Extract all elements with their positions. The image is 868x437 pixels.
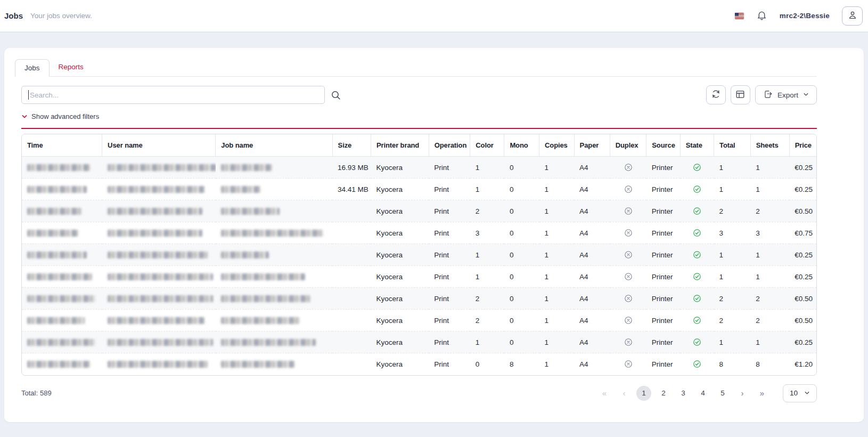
cell-user-name: [102, 266, 216, 288]
cell-state: [680, 200, 714, 222]
cell-printer-brand: Kyocera: [371, 353, 429, 375]
table-row[interactable]: KyoceraPrint301A4Printer33€0.75: [22, 222, 816, 244]
column-header-operation[interactable]: Operation: [429, 134, 470, 157]
column-header-price[interactable]: Price: [789, 134, 816, 157]
column-header-paper[interactable]: Paper: [574, 134, 610, 157]
table-row[interactable]: KyoceraPrint101A4Printer11€0.25: [22, 244, 816, 266]
redacted-text: [108, 361, 208, 368]
column-header-time[interactable]: Time: [22, 134, 102, 157]
table-row[interactable]: KyoceraPrint201A4Printer22€0.50: [22, 200, 816, 222]
cell-sheets: 2: [750, 310, 789, 331]
cell-total: 3: [714, 222, 751, 244]
cell-source: Printer: [646, 331, 680, 353]
cell-user-name: [102, 310, 216, 331]
column-header-mono[interactable]: Mono: [504, 134, 539, 157]
cell-copies: 1: [539, 288, 575, 310]
cell-paper: A4: [574, 310, 610, 331]
page-size-select[interactable]: 10: [783, 384, 817, 402]
cell-operation: Print: [429, 200, 470, 222]
table-row[interactable]: 16.93 MBKyoceraPrint101A4Printer11€0.25: [22, 157, 816, 179]
cell-sheets: 8: [750, 353, 789, 375]
cell-price: €1.20: [789, 353, 816, 375]
header-actions: mrc2-2\Bessie: [735, 6, 863, 26]
cell-user-name: [102, 157, 216, 179]
cell-color: 1: [470, 266, 504, 288]
cell-operation: Print: [429, 266, 470, 288]
page-button-5[interactable]: 5: [715, 386, 730, 401]
page-button-4[interactable]: 4: [695, 386, 710, 401]
cell-price: €0.25: [789, 266, 816, 288]
search-icon[interactable]: [330, 90, 341, 101]
cell-price: €0.25: [789, 157, 816, 179]
total-count: Total: 589: [21, 389, 52, 397]
column-header-size[interactable]: Size: [332, 134, 371, 157]
column-header-color[interactable]: Color: [470, 134, 504, 157]
page-button-3[interactable]: 3: [676, 386, 691, 401]
tab-jobs[interactable]: Jobs: [15, 59, 50, 77]
cell-size: [332, 222, 371, 244]
column-header-job-name[interactable]: Job name: [216, 134, 332, 157]
columns-button[interactable]: [731, 85, 750, 104]
search-input[interactable]: [21, 86, 325, 104]
last-page-button[interactable]: »: [755, 386, 769, 401]
cell-sheets: 1: [750, 157, 789, 179]
cell-price: €0.25: [789, 179, 816, 200]
column-header-printer-brand[interactable]: Printer brand: [371, 134, 429, 157]
advanced-filters-label: Show advanced filters: [31, 112, 99, 120]
advanced-filters-toggle[interactable]: Show advanced filters: [21, 112, 99, 120]
duplex-off-icon: [624, 207, 633, 215]
pagination: «‹12345›»10: [597, 384, 817, 402]
table-row[interactable]: 34.41 MBKyoceraPrint101A4Printer11€0.25: [22, 179, 816, 200]
cell-user-name: [102, 179, 216, 200]
column-header-user-name[interactable]: User name: [102, 134, 216, 157]
page-subtitle: Your jobs overview.: [30, 12, 92, 20]
column-header-duplex[interactable]: Duplex: [610, 134, 646, 157]
refresh-button[interactable]: [706, 85, 726, 104]
table-actions: Export: [706, 85, 817, 104]
cell-sheets: 1: [750, 244, 789, 266]
cell-state: [680, 266, 714, 288]
jobs-table-wrap: TimeUser nameJob nameSizePrinter brandOp…: [21, 134, 817, 376]
cell-duplex: [610, 288, 646, 310]
table-row[interactable]: KyoceraPrint201A4Printer22€0.50: [22, 288, 816, 310]
page-button-2[interactable]: 2: [656, 386, 671, 401]
cell-state: [680, 157, 714, 179]
columns-layout-icon: [735, 90, 745, 101]
table-row[interactable]: KyoceraPrint101A4Printer11€0.25: [22, 331, 816, 353]
cell-color: 1: [470, 157, 504, 179]
table-row[interactable]: KyoceraPrint101A4Printer11€0.25: [22, 266, 816, 288]
column-header-total[interactable]: Total: [714, 134, 751, 157]
cell-mono: 0: [504, 310, 539, 331]
page-button-1[interactable]: 1: [636, 386, 651, 401]
cell-printer-brand: Kyocera: [371, 200, 429, 222]
cell-duplex: [610, 157, 646, 179]
username: mrc2-2\Bessie: [780, 12, 830, 20]
cell-duplex: [610, 266, 646, 288]
us-flag-icon[interactable]: [735, 13, 744, 19]
redacted-text: [108, 164, 216, 171]
cell-job-name: [216, 244, 332, 266]
state-success-icon: [693, 229, 701, 237]
cell-job-name: [216, 331, 332, 353]
cell-paper: A4: [574, 266, 610, 288]
duplex-off-icon: [624, 338, 633, 346]
first-page-button[interactable]: «: [597, 386, 612, 401]
cell-size: [332, 288, 371, 310]
cell-source: Printer: [646, 179, 680, 200]
column-header-sheets[interactable]: Sheets: [750, 134, 789, 157]
jobs-card: Jobs Reports: [4, 48, 864, 422]
tab-reports[interactable]: Reports: [50, 59, 93, 76]
table-row[interactable]: KyoceraPrint081A4Printer88€1.20: [22, 353, 816, 375]
notifications-button[interactable]: [756, 10, 767, 22]
previous-page-button[interactable]: ‹: [617, 386, 632, 401]
table-row[interactable]: KyoceraPrint201A4Printer22€0.50: [22, 310, 816, 331]
next-page-button[interactable]: ›: [735, 386, 750, 401]
export-button[interactable]: Export: [755, 85, 817, 104]
cell-paper: A4: [574, 179, 610, 200]
column-header-state[interactable]: State: [680, 134, 714, 157]
column-header-source[interactable]: Source: [646, 134, 680, 157]
page-title: Jobs: [4, 11, 23, 20]
user-menu-button[interactable]: [842, 6, 863, 26]
redacted-text: [108, 208, 202, 215]
column-header-copies[interactable]: Copies: [539, 134, 575, 157]
